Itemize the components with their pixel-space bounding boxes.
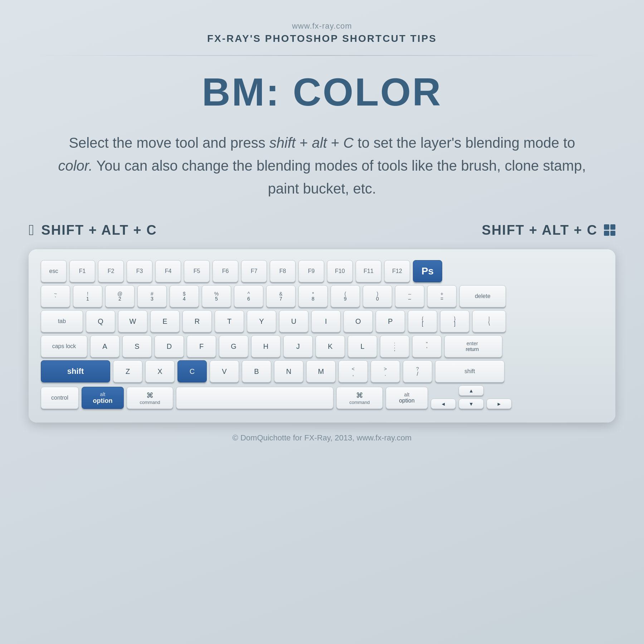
key-s[interactable]: S [122,335,152,357]
win-shortcut-text: SHIFT + ALT + C [482,223,597,238]
key-p[interactable]: P [376,310,405,332]
key-v[interactable]: V [210,360,239,382]
header-section: www.fx-ray.com FX-RAY'S PHOTOSHOP SHORTC… [207,21,437,44]
key-f11[interactable]: F11 [356,260,381,282]
key-2[interactable]: @ 2 [105,285,135,307]
keyboard-row-numbers: ~ ` ! 1 @ 2 # 3 $ 4 % 5 [41,285,603,307]
key-rbracket[interactable]: } ] [440,310,469,332]
key-u[interactable]: U [279,310,308,332]
key-f4[interactable]: F4 [155,260,181,282]
key-b[interactable]: B [242,360,271,382]
keyboard: esc F1 F2 F3 F4 F5 F6 F7 F8 F9 F10 F11 F… [29,249,615,423]
key-4[interactable]: $ 4 [170,285,199,307]
key-f8[interactable]: F8 [270,260,296,282]
key-g[interactable]: G [219,335,248,357]
key-f6[interactable]: F6 [213,260,238,282]
key-n[interactable]: N [274,360,303,382]
key-9[interactable]: ( 9 [331,285,360,307]
key-arrow-down[interactable]: ▼ [459,399,484,409]
key-f2[interactable]: F2 [98,260,124,282]
key-alt-option-left[interactable]: alt option [82,387,124,409]
key-x[interactable]: X [145,360,175,382]
key-w[interactable]: W [118,310,147,332]
key-control[interactable]: control [41,387,79,409]
key-f1[interactable]: F1 [69,260,95,282]
key-6[interactable]: ^ 6 [234,285,263,307]
key-arrow-left[interactable]: ◄ [431,399,456,409]
key-a[interactable]: A [90,335,119,357]
key-i[interactable]: I [311,310,341,332]
key-o[interactable]: O [343,310,373,332]
key-r[interactable]: R [182,310,212,332]
key-f[interactable]: F [187,335,216,357]
key-space[interactable] [176,387,333,409]
key-command-left[interactable]: ⌘ command [127,387,173,409]
key-semicolon[interactable]: : ; [380,335,409,357]
keyboard-row-qwerty: tab Q W E R T Y U I O P { [ } ] | \ [41,310,603,332]
key-shift-left[interactable]: shift [41,360,110,382]
key-f7[interactable]: F7 [241,260,267,282]
key-z[interactable]: Z [113,360,142,382]
key-f12[interactable]: F12 [384,260,410,282]
keyboard-row-fn: esc F1 F2 F3 F4 F5 F6 F7 F8 F9 F10 F11 F… [41,260,603,282]
keyboard-row-bottom: control alt option ⌘ command ⌘ command a… [41,385,603,409]
mac-shortcut-text: SHIFT + ALT + C [41,223,157,238]
page-wrapper: www.fx-ray.com FX-RAY'S PHOTOSHOP SHORTC… [0,0,644,644]
key-esc[interactable]: esc [41,260,67,282]
key-c[interactable]: C [177,360,207,382]
key-arrow-up[interactable]: ▲ [459,385,484,396]
mac-shortcut-label:  SHIFT + ALT + C [29,221,157,239]
key-backslash[interactable]: | \ [472,310,506,332]
arrow-cluster: ▲ ◄ ▼ ► [431,385,512,409]
key-f3[interactable]: F3 [127,260,152,282]
keyboard-row-zxcv: shift Z X C V B N M < , > . ? / shift [41,360,603,382]
key-f9[interactable]: F9 [298,260,324,282]
key-arrow-right[interactable]: ► [487,399,512,409]
key-y[interactable]: Y [247,310,276,332]
key-5[interactable]: % 5 [202,285,231,307]
key-quote[interactable]: " ' [412,335,441,357]
key-0[interactable]: ) 0 [363,285,392,307]
win-shortcut-label: SHIFT + ALT + C [482,223,615,238]
main-title: FX-RAY'S PHOTOSHOP SHORTCUT TIPS [207,33,437,44]
key-lbracket[interactable]: { [ [408,310,437,332]
key-7[interactable]: & 7 [266,285,296,307]
key-alt-option-right[interactable]: alt option [386,387,428,409]
key-j[interactable]: J [283,335,313,357]
description-text: Select the move tool and press shift + a… [54,131,590,200]
website-url: www.fx-ray.com [207,21,437,31]
key-period[interactable]: > . [371,360,400,382]
key-photoshop: Ps [413,260,442,282]
key-f10[interactable]: F10 [327,260,353,282]
keyboard-row-asdf: caps lock A S D F G H J K L : ; " ' ente… [41,335,603,357]
apple-icon:  [29,221,35,239]
shortcut-title: BM: COLOR [202,70,442,113]
key-e[interactable]: E [150,310,180,332]
key-slash[interactable]: ? / [403,360,432,382]
key-m[interactable]: M [306,360,336,382]
key-command-right[interactable]: ⌘ command [336,387,383,409]
key-tilde[interactable]: ~ ` [41,285,70,307]
divider [36,55,608,56]
key-q[interactable]: Q [86,310,115,332]
key-capslock[interactable]: caps lock [41,335,87,357]
key-f5[interactable]: F5 [184,260,210,282]
key-3[interactable]: # 3 [137,285,167,307]
key-h[interactable]: H [251,335,280,357]
key-minus[interactable]: – – [395,285,424,307]
shortcut-row:  SHIFT + ALT + C SHIFT + ALT + C [29,221,615,239]
key-k[interactable]: K [316,335,345,357]
key-equals[interactable]: + = [427,285,457,307]
key-d[interactable]: D [155,335,184,357]
key-comma[interactable]: < , [338,360,368,382]
footer: © DomQuichotte for FX-Ray, 2013, www.fx-… [233,433,412,443]
key-1[interactable]: ! 1 [73,285,102,307]
key-tab[interactable]: tab [41,310,83,332]
key-t[interactable]: T [215,310,244,332]
key-shift-right[interactable]: shift [435,360,504,382]
key-l[interactable]: L [348,335,377,357]
key-8[interactable]: * 8 [298,285,328,307]
key-delete[interactable]: delete [459,285,506,307]
windows-icon [604,224,615,236]
key-enter[interactable]: enter return [444,335,502,357]
